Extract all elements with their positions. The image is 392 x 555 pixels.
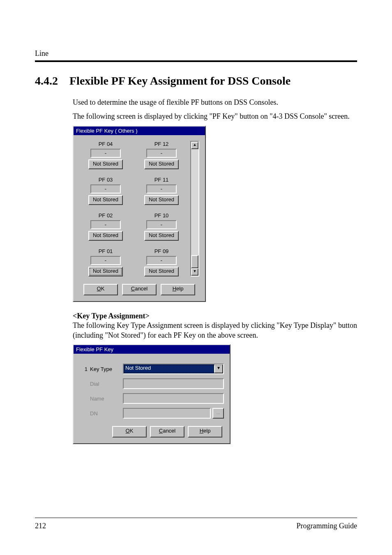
- ok-button[interactable]: OK: [112, 426, 147, 438]
- row-number: 1: [79, 366, 88, 372]
- pf-key-type-button[interactable]: Not Stored: [88, 195, 123, 205]
- cancel-button[interactable]: Cancel: [150, 426, 184, 438]
- help-button[interactable]: Help: [188, 426, 222, 438]
- scroll-track[interactable]: [191, 149, 198, 268]
- ok-button[interactable]: OK: [83, 284, 118, 295]
- name-label: Name: [90, 396, 123, 402]
- scroll-up-button[interactable]: ▲: [191, 142, 198, 149]
- ok-mnemonic: O: [126, 428, 130, 434]
- ok-mnemonic: O: [97, 286, 101, 292]
- pf-key-cell: PF 12-Not Stored: [135, 141, 188, 169]
- dial-input[interactable]: [123, 378, 224, 389]
- dialog1-titlebar: Flexible PF Key ( Others ): [74, 127, 205, 135]
- pf-key-type-button[interactable]: Not Stored: [88, 231, 123, 241]
- pf-key-value: -: [90, 149, 121, 158]
- scroll-thumb[interactable]: [191, 255, 198, 268]
- cancel-mnemonic: C: [159, 428, 163, 434]
- pf-key-cell: PF 04-Not Stored: [79, 141, 132, 169]
- dn-input[interactable]: [123, 408, 211, 419]
- key-type-label: Key Type: [90, 366, 123, 372]
- pf-key-type-button[interactable]: Not Stored: [88, 267, 123, 276]
- cancel-rest: ancel: [163, 428, 175, 434]
- ok-rest: K: [101, 286, 105, 292]
- pf-key-label: PF 01: [79, 248, 132, 254]
- help-button[interactable]: Help: [161, 284, 195, 295]
- intro-line-2: The following screen is displayed by cli…: [73, 111, 357, 121]
- pf-key-label: PF 12: [135, 141, 188, 147]
- flexible-pf-key-dialog: Flexible PF Key 1 Key Type Not Stored ▼ …: [73, 344, 231, 444]
- pf-key-label: PF 09: [135, 248, 188, 254]
- cancel-mnemonic: C: [131, 286, 135, 292]
- pf-key-value: -: [146, 256, 177, 265]
- page-number: 212: [35, 522, 46, 530]
- header-rule: [35, 60, 357, 62]
- pf-key-label: PF 10: [135, 212, 188, 219]
- cancel-rest: ancel: [135, 286, 148, 292]
- scroll-down-button[interactable]: ▼: [191, 268, 198, 276]
- pf-key-grid: PF 04-Not StoredPF 12-Not StoredPF 03-No…: [79, 141, 188, 276]
- help-rest: elp: [176, 286, 183, 292]
- pf-key-type-button[interactable]: Not Stored: [88, 159, 123, 169]
- pf-key-label: PF 03: [79, 177, 132, 183]
- pf-key-value: -: [146, 220, 177, 229]
- pf-key-value: -: [90, 184, 121, 193]
- pf-key-label: PF 04: [79, 141, 132, 147]
- chevron-down-icon[interactable]: ▼: [214, 364, 223, 373]
- pf-key-value: -: [146, 184, 177, 193]
- pf-key-type-button[interactable]: Not Stored: [144, 159, 179, 169]
- flexible-pf-key-others-dialog: Flexible PF Key ( Others ) PF 04-Not Sto…: [73, 126, 206, 302]
- key-type-assignment-heading: <Key Type Assignment>: [73, 312, 357, 320]
- doc-title: Programming Guide: [297, 522, 357, 530]
- footer-rule: [35, 518, 357, 518]
- pf-key-value: -: [90, 220, 121, 229]
- pf-key-type-button[interactable]: Not Stored: [144, 231, 179, 241]
- pf-key-cell: PF 01-Not Stored: [79, 248, 132, 276]
- ok-rest: K: [130, 428, 134, 434]
- section-heading: 4.4.2 Flexible PF Key Assignment for DSS…: [35, 74, 357, 88]
- help-mnemonic: H: [200, 428, 203, 434]
- intro-line-1: Used to determine the usage of flexible …: [73, 97, 357, 107]
- dial-label: Dial: [90, 381, 123, 387]
- pf-key-cell: PF 09-Not Stored: [135, 248, 188, 276]
- key-type-combo[interactable]: Not Stored ▼: [123, 364, 224, 374]
- pf-key-cell: PF 03-Not Stored: [79, 177, 132, 205]
- key-type-value: Not Stored: [124, 364, 214, 373]
- dn-browse-button[interactable]: ...: [212, 408, 224, 419]
- section-number: 4.4.2: [35, 74, 58, 88]
- dialog2-titlebar: Flexible PF Key: [74, 345, 230, 354]
- dn-label: DN: [90, 410, 123, 417]
- key-type-assignment-text: The following Key Type Assignment screen…: [73, 320, 357, 341]
- pf-key-value: -: [146, 149, 177, 158]
- pf-key-cell: PF 10-Not Stored: [135, 212, 188, 241]
- pf-key-cell: PF 11-Not Stored: [135, 177, 188, 205]
- pf-key-type-button[interactable]: Not Stored: [144, 195, 179, 205]
- pf-grid-scrollbar[interactable]: ▲ ▼: [190, 141, 199, 276]
- pf-key-type-button[interactable]: Not Stored: [144, 267, 179, 276]
- section-title: Flexible PF Key Assignment for DSS Conso…: [69, 74, 291, 88]
- pf-key-label: PF 02: [79, 212, 132, 219]
- pf-key-value: -: [90, 256, 121, 265]
- pf-key-label: PF 11: [135, 177, 188, 183]
- name-input[interactable]: [123, 393, 224, 404]
- cancel-button[interactable]: Cancel: [122, 284, 157, 295]
- help-mnemonic: H: [173, 286, 176, 292]
- pf-key-cell: PF 02-Not Stored: [79, 212, 132, 241]
- help-rest: elp: [203, 428, 210, 434]
- page-header-label: Line: [35, 49, 357, 58]
